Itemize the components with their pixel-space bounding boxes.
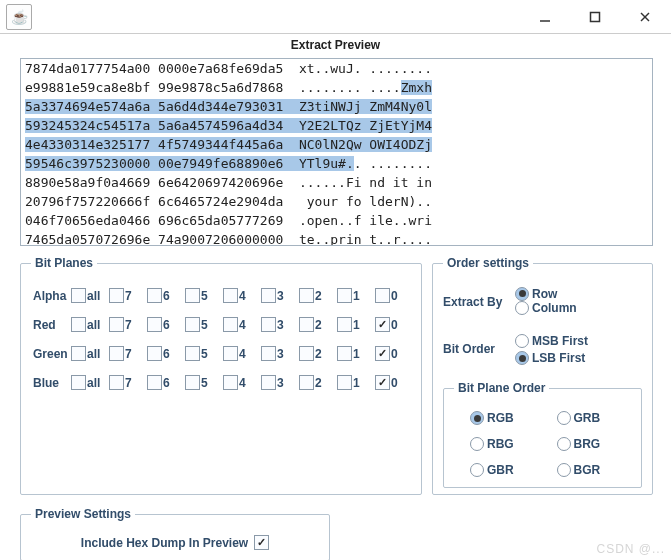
bit-checkbox-red-1[interactable]: [337, 317, 352, 332]
bit-checkbox-alpha-7[interactable]: [109, 288, 124, 303]
radio-label: BGR: [574, 463, 601, 477]
bit-plane-cell: 2: [299, 375, 335, 390]
bpo-radio-gbr[interactable]: GBR: [470, 463, 535, 477]
bit-cell-label: 0: [391, 318, 398, 332]
bit-checkbox-green-0[interactable]: [375, 346, 390, 361]
bit-plane-order-group: Bit Plane Order RGBGRBRBGBRGGBRBGR: [443, 381, 642, 488]
svg-rect-1: [591, 12, 600, 21]
bit-checkbox-red-all[interactable]: [71, 317, 86, 332]
bit-plane-cell: 3: [261, 375, 297, 390]
bit-plane-cell: 3: [261, 346, 297, 361]
bit-checkbox-alpha-2[interactable]: [299, 288, 314, 303]
bit-checkbox-red-6[interactable]: [147, 317, 162, 332]
bpo-radio-bgr[interactable]: BGR: [557, 463, 622, 477]
bit-checkbox-alpha-6[interactable]: [147, 288, 162, 303]
bit-plane-cell: all: [71, 375, 107, 390]
include-hex-dump-checkbox[interactable]: [254, 535, 269, 550]
radio-icon: [470, 411, 484, 425]
bit-checkbox-green-7[interactable]: [109, 346, 124, 361]
bit-checkbox-alpha-all[interactable]: [71, 288, 86, 303]
close-button[interactable]: [623, 5, 667, 29]
bit-checkbox-alpha-5[interactable]: [185, 288, 200, 303]
minimize-button[interactable]: [523, 5, 567, 29]
bit-checkbox-blue-4[interactable]: [223, 375, 238, 390]
bit-checkbox-green-1[interactable]: [337, 346, 352, 361]
bit-plane-row-green: Greenall76543210: [31, 346, 411, 361]
radio-icon: [557, 437, 571, 451]
hex-preview[interactable]: 7874da0177754a00 0000e7a68fe69da5 xt..wu…: [20, 58, 653, 246]
bit-checkbox-red-7[interactable]: [109, 317, 124, 332]
preview-line: 4e4330314e325177 4f5749344f445a6a NC0lN2…: [21, 135, 652, 154]
bit-cell-label: 2: [315, 318, 322, 332]
maximize-button[interactable]: [573, 5, 617, 29]
bit-checkbox-green-5[interactable]: [185, 346, 200, 361]
bit-cell-label: 3: [277, 289, 284, 303]
bit-checkbox-alpha-0[interactable]: [375, 288, 390, 303]
bit-plane-cell: 2: [299, 317, 335, 332]
bit-plane-cell: 6: [147, 288, 183, 303]
bit-plane-cell: 7: [109, 288, 145, 303]
bit-cell-label: 7: [125, 318, 132, 332]
bit-order-radio-lsb-first[interactable]: LSB First: [515, 351, 585, 365]
radio-icon: [515, 301, 529, 315]
bit-checkbox-alpha-3[interactable]: [261, 288, 276, 303]
bit-plane-cell: 4: [223, 346, 259, 361]
extract-by-radio-row[interactable]: Row: [515, 287, 557, 301]
bit-cell-label: 2: [315, 376, 322, 390]
java-icon: ☕: [6, 4, 32, 30]
bit-cell-label: 0: [391, 347, 398, 361]
bit-cell-label: 4: [239, 318, 246, 332]
bit-cell-label: 4: [239, 376, 246, 390]
bit-cell-label: all: [87, 289, 100, 303]
bit-cell-label: 2: [315, 347, 322, 361]
bit-checkbox-blue-3[interactable]: [261, 375, 276, 390]
bit-checkbox-blue-5[interactable]: [185, 375, 200, 390]
bit-checkbox-red-3[interactable]: [261, 317, 276, 332]
bit-checkbox-blue-all[interactable]: [71, 375, 86, 390]
bit-plane-cell: 2: [299, 288, 335, 303]
bpo-radio-grb[interactable]: GRB: [557, 411, 622, 425]
radio-label: GBR: [487, 463, 514, 477]
extract-by-radio-column[interactable]: Column: [515, 301, 577, 315]
bit-cell-label: all: [87, 318, 100, 332]
bit-checkbox-blue-1[interactable]: [337, 375, 352, 390]
bit-planes-group: Bit Planes Alphaall76543210Redall7654321…: [20, 256, 422, 495]
bit-plane-cell: 5: [185, 375, 221, 390]
bit-checkbox-alpha-4[interactable]: [223, 288, 238, 303]
bit-cell-label: 6: [163, 376, 170, 390]
bpo-radio-brg[interactable]: BRG: [557, 437, 622, 451]
bit-checkbox-red-5[interactable]: [185, 317, 200, 332]
bit-checkbox-green-all[interactable]: [71, 346, 86, 361]
bit-checkbox-blue-0[interactable]: [375, 375, 390, 390]
bit-checkbox-blue-7[interactable]: [109, 375, 124, 390]
bit-plane-cell: 7: [109, 346, 145, 361]
radio-icon: [515, 351, 529, 365]
bit-planes-legend: Bit Planes: [31, 256, 97, 270]
bit-plane-cell: 1: [337, 288, 373, 303]
bpo-radio-rgb[interactable]: RGB: [470, 411, 535, 425]
bit-checkbox-alpha-1[interactable]: [337, 288, 352, 303]
bit-checkbox-blue-6[interactable]: [147, 375, 162, 390]
bit-checkbox-blue-2[interactable]: [299, 375, 314, 390]
bit-checkbox-red-0[interactable]: [375, 317, 390, 332]
bit-plane-cell: 6: [147, 375, 183, 390]
bit-cell-label: 5: [201, 376, 208, 390]
bit-order-label: Bit Order: [443, 342, 505, 356]
preview-line: 20796f757220666f 6c6465724e2904da your f…: [21, 192, 652, 211]
bit-order-radio-msb-first[interactable]: MSB First: [515, 334, 588, 348]
bit-checkbox-green-6[interactable]: [147, 346, 162, 361]
radio-icon: [470, 437, 484, 451]
bit-plane-cell: 0: [375, 317, 411, 332]
bit-checkbox-green-4[interactable]: [223, 346, 238, 361]
bit-checkbox-red-2[interactable]: [299, 317, 314, 332]
bit-plane-cell: 0: [375, 288, 411, 303]
radio-icon: [515, 287, 529, 301]
bit-cell-label: 3: [277, 318, 284, 332]
bpo-radio-rbg[interactable]: RBG: [470, 437, 535, 451]
bit-checkbox-green-3[interactable]: [261, 346, 276, 361]
radio-label: RBG: [487, 437, 514, 451]
bit-checkbox-red-4[interactable]: [223, 317, 238, 332]
bit-plane-row-alpha: Alphaall76543210: [31, 288, 411, 303]
bit-plane-cell: 3: [261, 288, 297, 303]
bit-checkbox-green-2[interactable]: [299, 346, 314, 361]
